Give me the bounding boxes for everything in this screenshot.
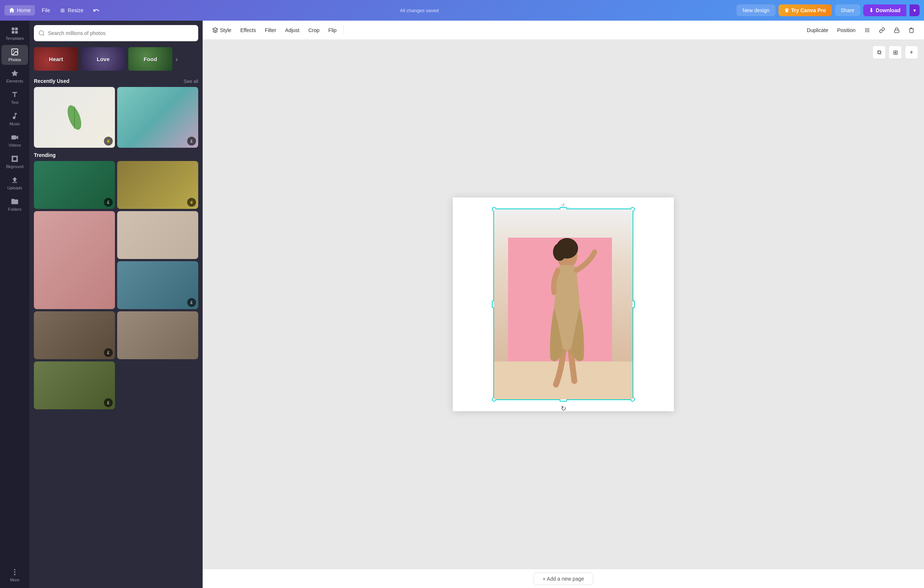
svg-rect-6 — [12, 135, 16, 140]
download-label: Download — [876, 7, 901, 13]
svg-rect-0 — [12, 28, 14, 30]
trending-bg-8 — [34, 362, 115, 409]
effects-button[interactable]: Effects — [236, 25, 260, 35]
delete-button[interactable] — [905, 23, 918, 37]
recent-photo-2[interactable]: £ — [117, 87, 198, 148]
trash-icon — [909, 27, 914, 33]
crown-icon: ♛ — [784, 7, 789, 13]
sidebar-label-bkground: Bkground — [6, 164, 23, 169]
sidebar-item-text[interactable]: Text — [2, 88, 28, 107]
canvas-toolbar: Style Effects Filter Adjust Crop Flip Du… — [203, 21, 924, 40]
sidebar-item-uploads[interactable]: Uploads — [2, 173, 28, 193]
sidebar-label-videos: Videos — [8, 143, 21, 147]
sidebar-item-photos[interactable]: Photos — [2, 45, 28, 65]
nav-right: New design ♛ Try Canva Pro Share ⬇ Downl… — [736, 5, 919, 16]
effects-label: Effects — [240, 27, 256, 33]
trending-photo-8[interactable]: £ — [34, 362, 115, 409]
file-button[interactable]: File — [38, 5, 54, 15]
see-all-link[interactable]: See all — [183, 78, 198, 84]
search-area — [30, 21, 203, 44]
download-arrow-button[interactable]: ▾ — [909, 5, 919, 16]
crop-label: Crop — [309, 27, 319, 33]
leaf-illustration — [63, 103, 86, 132]
canvas-page[interactable]: ↺ ↻ — [453, 198, 674, 411]
lock-icon — [894, 27, 900, 33]
sidebar-item-more[interactable]: More — [2, 565, 28, 585]
category-heart-label: Heart — [34, 47, 78, 71]
filter-button[interactable]: Filter — [261, 25, 280, 35]
svg-line-16 — [43, 34, 44, 35]
lock-button[interactable] — [890, 23, 903, 37]
category-chip-love[interactable]: Love — [81, 47, 125, 71]
grid-dots-button[interactable] — [861, 23, 874, 37]
duplicate-button[interactable]: Duplicate — [803, 25, 832, 35]
canvas-image-content — [494, 209, 633, 400]
svg-point-5 — [13, 50, 14, 51]
adjust-button[interactable]: Adjust — [282, 25, 303, 35]
sidebar-label-music: Music — [10, 122, 20, 126]
svg-point-20 — [867, 28, 868, 29]
rotate-indicator: ↺ — [561, 203, 566, 207]
sidebar-item-background[interactable]: Bkground — [2, 152, 28, 172]
canvas-add-button[interactable]: + — [905, 46, 918, 59]
share-button[interactable]: Share — [835, 5, 860, 16]
position-button[interactable]: Position — [833, 25, 859, 35]
trending-photo-5[interactable]: £ — [117, 261, 198, 309]
svg-point-23 — [867, 30, 868, 31]
category-food-label: Food — [128, 47, 172, 71]
download-button[interactable]: ⬇ Download — [863, 5, 906, 16]
undo-button[interactable] — [90, 5, 102, 16]
duplicate-label: Duplicate — [807, 27, 828, 33]
sidebar-item-elements[interactable]: Elements — [2, 66, 28, 86]
sidebar-item-folders[interactable]: Folders — [2, 195, 28, 215]
canvas-copy-button[interactable]: ⧉ — [873, 46, 886, 59]
canvas-workspace[interactable]: ⧉ ⊞ + ↻ — [203, 40, 924, 569]
trending-photo-4[interactable] — [117, 211, 198, 259]
trending-photo-6[interactable]: £ — [34, 311, 115, 359]
photos-scroll[interactable]: Recently Used See all ♛ — [30, 74, 203, 588]
search-input[interactable] — [48, 30, 194, 36]
link-button[interactable] — [875, 23, 889, 37]
try-pro-button[interactable]: ♛ Try Canva Pro — [779, 5, 832, 16]
woman-figure — [526, 234, 600, 392]
svg-point-21 — [868, 28, 870, 29]
style-label: Style — [220, 27, 231, 33]
resize-label: Resize — [68, 7, 84, 13]
crop-button[interactable]: Crop — [305, 25, 323, 35]
canvas-duplicate-button[interactable]: ⊞ — [889, 46, 902, 59]
trending-photo-2[interactable]: ♛ — [117, 161, 198, 209]
sidebar-label-text: Text — [11, 100, 18, 105]
home-label: Home — [17, 7, 31, 13]
resize-button[interactable]: ⊞ Resize — [57, 5, 87, 15]
top-nav: Home File ⊞ Resize All changes saved New… — [0, 0, 924, 21]
svg-rect-1 — [15, 28, 18, 30]
flip-button[interactable]: Flip — [325, 25, 340, 35]
svg-point-25 — [865, 31, 866, 32]
toolbar-right: Duplicate Position — [803, 23, 918, 37]
sidebar-item-music[interactable]: Music — [2, 109, 28, 129]
rotate-handle-below[interactable]: ↻ — [561, 405, 566, 413]
trending-title: Trending — [34, 152, 56, 158]
pro-badge-6: £ — [104, 348, 113, 357]
canvas-image-wrapper[interactable]: ↺ ↻ — [493, 208, 633, 400]
svg-point-24 — [868, 30, 870, 31]
toolbar-separator — [343, 26, 344, 35]
svg-point-26 — [867, 31, 868, 32]
recent-photo-1[interactable]: ♛ — [34, 87, 115, 148]
sidebar-label-more: More — [10, 578, 19, 582]
add-page-button[interactable]: + Add a new page — [533, 573, 594, 585]
sidebar-item-videos[interactable]: Videos — [2, 130, 28, 150]
trending-photo-7[interactable] — [117, 311, 198, 359]
category-next-arrow[interactable]: › — [175, 47, 178, 71]
svg-point-27 — [868, 31, 870, 32]
sidebar-item-templates[interactable]: Templates — [2, 23, 28, 43]
style-button[interactable]: Style — [208, 25, 235, 35]
category-chip-heart[interactable]: Heart — [34, 47, 78, 71]
category-chip-food[interactable]: Food — [128, 47, 172, 71]
svg-rect-28 — [894, 30, 899, 32]
trending-photo-1[interactable]: £ — [34, 161, 115, 209]
trending-header: Trending — [34, 152, 198, 158]
new-design-button[interactable]: New design — [736, 5, 775, 16]
trending-photo-3[interactable] — [34, 211, 115, 309]
home-button[interactable]: Home — [5, 5, 35, 15]
